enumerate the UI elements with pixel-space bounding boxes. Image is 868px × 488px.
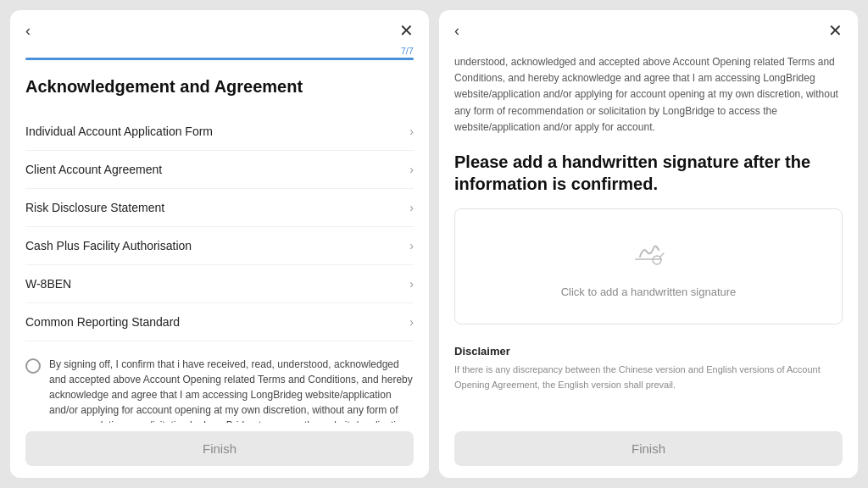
progress-label: 7/7: [25, 46, 414, 56]
back-icon-right[interactable]: ‹: [454, 23, 459, 38]
left-panel-content: Acknowledgement and Agreement Individual…: [10, 64, 429, 478]
back-icon[interactable]: ‹: [25, 23, 31, 38]
disclaimer-section: Disclaimer If there is any discrepancy b…: [454, 345, 843, 392]
chevron-icon-1: ›: [409, 163, 414, 176]
chevron-icon-4: ›: [409, 277, 414, 291]
right-panel-header: ‹ ✕: [439, 10, 858, 46]
chevron-icon-5: ›: [409, 315, 414, 329]
intro-paragraph: understood, acknowledged and accepted ab…: [454, 54, 843, 136]
progress-track: [25, 58, 414, 60]
left-panel: ‹ ✕ 7/7 Acknowledgement and Agreement In…: [10, 10, 429, 478]
left-footer: Finish: [10, 423, 429, 478]
progress-container: 7/7: [10, 46, 429, 64]
disclaimer-title: Disclaimer: [454, 345, 843, 358]
signature-box[interactable]: Click to add a handwritten signature: [454, 208, 843, 324]
list-item-client[interactable]: Client Account Agreement ›: [25, 151, 414, 189]
signature-icon: [630, 235, 667, 275]
list-item-client-label: Client Account Agreement: [25, 163, 162, 176]
right-panel-content: understood, acknowledged and accepted ab…: [439, 46, 858, 478]
progress-fill: [25, 58, 414, 60]
right-footer: Finish: [439, 423, 858, 478]
right-panel: ‹ ✕ understood, acknowledged and accepte…: [439, 10, 858, 478]
finish-button-right[interactable]: Finish: [454, 431, 843, 466]
signature-prompt: Please add a handwritten signature after…: [454, 151, 843, 195]
signature-box-label: Click to add a handwritten signature: [561, 286, 737, 298]
chevron-icon-0: ›: [409, 125, 414, 138]
list-item-crs[interactable]: Common Reporting Standard ›: [25, 303, 414, 341]
list-item-crs-label: Common Reporting Standard: [25, 315, 180, 329]
chevron-icon-2: ›: [409, 201, 414, 214]
close-icon-left[interactable]: ✕: [399, 22, 414, 39]
list-item-w8ben-label: W-8BEN: [25, 277, 71, 291]
finish-button-left[interactable]: Finish: [25, 431, 414, 466]
list-item-cashplus-label: Cash Plus Facility Authorisation: [25, 239, 192, 252]
list-item-individual-label: Individual Account Application Form: [25, 125, 213, 138]
close-icon-right[interactable]: ✕: [828, 22, 843, 39]
list-item-w8ben[interactable]: W-8BEN ›: [25, 265, 414, 303]
list-item-cashplus[interactable]: Cash Plus Facility Authorisation ›: [25, 227, 414, 265]
disclaimer-text: If there is any discrepancy between the …: [454, 363, 843, 392]
left-panel-header: ‹ ✕: [10, 10, 429, 46]
chevron-icon-3: ›: [409, 239, 414, 252]
progress-total: /7: [406, 46, 414, 56]
list-item-risk-label: Risk Disclosure Statement: [25, 201, 164, 214]
list-item-individual[interactable]: Individual Account Application Form ›: [25, 113, 414, 151]
list-item-risk[interactable]: Risk Disclosure Statement ›: [25, 189, 414, 227]
section-title: Acknowledgement and Agreement: [25, 75, 414, 97]
radio-button[interactable]: [25, 358, 41, 374]
svg-rect-0: [635, 258, 662, 260]
